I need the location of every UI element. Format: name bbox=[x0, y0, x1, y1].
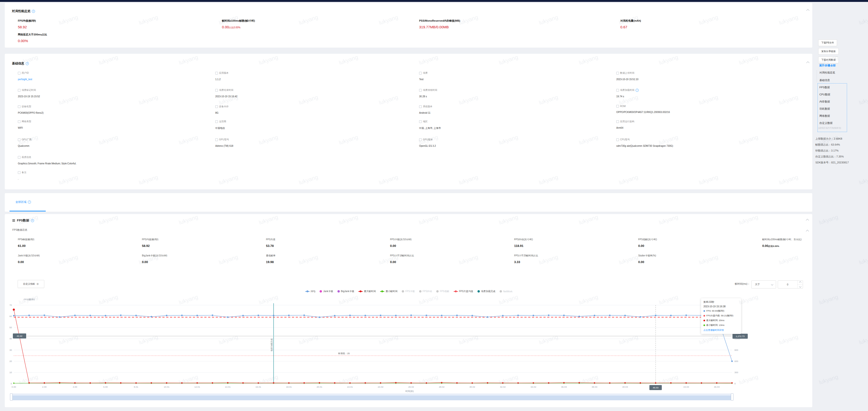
fps-section-title: FPS数据 bbox=[17, 218, 29, 222]
anchor-item-draggable[interactable]: 内存数据 bbox=[819, 100, 830, 103]
field-value: OpenGL ES 3.2 bbox=[419, 145, 436, 147]
overview-metric: FPS均值(帧/秒) 58.92 bbox=[18, 19, 36, 29]
report-stat: 自定义数据占比：7.35% bbox=[815, 155, 844, 159]
legend-item-NetWork[interactable]: NetWork bbox=[500, 290, 513, 293]
datazoom-brush[interactable] bbox=[11, 393, 733, 400]
chevron-up-icon[interactable] bbox=[806, 61, 809, 64]
field-value: 2023-10-19 15:16:42 bbox=[215, 95, 238, 98]
overview-metric: PSS/MonoReserved内存峰值(MB) 319.77MB/0.00MB bbox=[419, 19, 460, 29]
stepper-down-button[interactable] bbox=[798, 284, 803, 288]
scene-duration-icon bbox=[419, 89, 422, 92]
custom-metric-button[interactable]: 自定义指标 ⚙ bbox=[18, 280, 44, 288]
drag-note: (虚线区域内可拖拽移动) bbox=[818, 127, 841, 130]
basic-field: 应用运行架构Arm64 bbox=[616, 120, 634, 129]
stat-value: 19.98 bbox=[266, 260, 337, 264]
anchor-item-draggable[interactable]: FPS数据 bbox=[819, 85, 830, 89]
fps-stat: FPS方差 53.78 bbox=[266, 238, 337, 248]
field-value: PCKM00(OPPO Reno2) bbox=[18, 111, 43, 114]
legend-marker-icon bbox=[454, 290, 458, 293]
gpu-model-icon bbox=[215, 138, 218, 141]
legend-marker-icon bbox=[305, 290, 310, 293]
info-icon[interactable]: i bbox=[32, 10, 35, 13]
info-icon[interactable]: i bbox=[26, 62, 29, 65]
anchor-item[interactable]: 对局性能总览 bbox=[819, 71, 835, 74]
scene-mark-icon bbox=[18, 89, 21, 92]
toggle-expand-all[interactable]: 展开/折叠全部 bbox=[819, 64, 836, 67]
svg-text:0: 0 bbox=[11, 382, 12, 385]
fps-overview-subtitle: FPS数据总览 bbox=[12, 228, 27, 232]
side-button[interactable]: 下载对局数据 bbox=[818, 57, 839, 63]
stat-value: 0.00 bbox=[638, 244, 710, 248]
basic-field: 应用版本1.1.2 bbox=[215, 71, 228, 81]
svg-text:16.01: 16.01 bbox=[255, 385, 261, 388]
stat-label: FPS方差 bbox=[266, 238, 337, 241]
fps-stat: FPS小于25帧时间占比 3.33 bbox=[514, 254, 586, 264]
legend-item-FPS[interactable]: FPS bbox=[305, 290, 315, 293]
chevron-up-icon[interactable] bbox=[806, 230, 809, 233]
chevron-up-icon[interactable] bbox=[806, 9, 809, 12]
metric-label: FPS均值(帧/秒) bbox=[18, 19, 36, 23]
info-icon[interactable]: i bbox=[31, 219, 34, 222]
watermark-text: lukyang bbox=[818, 214, 839, 226]
network-icon bbox=[18, 121, 21, 123]
side-button[interactable]: 下载PB文件 bbox=[818, 39, 837, 46]
drag-handle-icon[interactable] bbox=[12, 220, 15, 221]
basic-field: GPU型号Adreno (TM) 618 bbox=[215, 138, 234, 147]
datazoom-right-handle[interactable] bbox=[731, 393, 734, 401]
svg-text:26.02: 26.02 bbox=[408, 385, 414, 388]
svg-text:10: 10 bbox=[9, 371, 12, 374]
frame-time-value-input[interactable]: 0 bbox=[778, 280, 803, 288]
rom-icon bbox=[616, 105, 619, 107]
datazoom-selected-range[interactable] bbox=[11, 396, 733, 400]
tooltip-series-row: 最大帧时间: 20ms bbox=[704, 319, 739, 322]
stat-label: FPS低帧(次/小时) bbox=[638, 238, 710, 241]
basic-field: 系统版本Android 11 bbox=[419, 105, 432, 114]
legend-item-场景加载完成[interactable]: 场景加载完成 bbox=[477, 290, 495, 293]
basic-field: 用户IDperfsight_test bbox=[18, 71, 32, 81]
basic-field: 场景结束时间2023-10-19 15:16:42 bbox=[215, 89, 238, 98]
stat-label: BigJank卡顿(次/10分钟) bbox=[142, 254, 213, 258]
basic-field: 备注. bbox=[18, 171, 26, 180]
chevron-up-icon[interactable] bbox=[806, 219, 809, 222]
fps-stat: FPS峰值(帧/秒) 61.00 bbox=[18, 238, 89, 248]
legend-item-BigJank卡顿[interactable]: BigJank卡顿 bbox=[337, 290, 354, 293]
tooltip-frame-detail-link[interactable]: 点击查看帧时间详情 bbox=[704, 329, 739, 332]
upload-time-icon bbox=[616, 72, 619, 74]
stat-label: FPS小于25帧时间占比 bbox=[514, 254, 586, 258]
scene-icon bbox=[419, 72, 422, 74]
anchor-item-draggable[interactable]: 网络数据 bbox=[819, 114, 830, 118]
anchor-item[interactable]: 基础信息 bbox=[819, 78, 830, 82]
tab-all-regions[interactable]: 全部区域 i bbox=[16, 200, 31, 204]
anchor-item-draggable[interactable]: 功耗数据 bbox=[819, 107, 830, 111]
legend-item-最大帧时间[interactable]: 最大帧时间 bbox=[359, 290, 376, 293]
frame-time-operator-select[interactable]: 大于 bbox=[751, 280, 776, 288]
basic-field: 数据上传时间2023-10-19 15:51:10 bbox=[616, 71, 639, 81]
metric-label: PSS/MonoReserved内存峰值(MB) bbox=[419, 19, 460, 23]
fps-stat: FPS卡顿(次/10分钟) 0.00 bbox=[390, 238, 462, 248]
field-value: sdm730g aie(Qualcomm SDM730 Snapdragon 7… bbox=[616, 145, 673, 147]
side-button[interactable]: 复制分享链接 bbox=[818, 48, 839, 55]
legend-item-Jank卡顿[interactable]: Jank卡顿 bbox=[319, 290, 333, 293]
anchor-item-draggable[interactable]: CPU数据 bbox=[819, 93, 830, 96]
datazoom-left-handle[interactable] bbox=[10, 393, 12, 401]
anchor-item-draggable[interactable]: 自定义数据 bbox=[819, 121, 833, 125]
info-icon[interactable]: i bbox=[28, 201, 31, 204]
legend-item-FPS卡顿[interactable]: FPS卡顿 bbox=[402, 290, 414, 293]
basic-info-card: 基础信息 i 用户IDperfsight_test应用版本1.1.2场景Test… bbox=[5, 54, 812, 189]
stat-value: 0.00 bbox=[390, 260, 462, 264]
legend-item-FPS低帧[interactable]: FPS低帧 bbox=[436, 290, 449, 293]
field-value[interactable]: perfsight_test bbox=[18, 78, 32, 81]
legend-item-FPS大盘均值[interactable]: FPS大盘均值 bbox=[454, 290, 473, 293]
legend-marker-icon bbox=[337, 290, 340, 293]
metric-label: 帧时间≥100ms帧数(帧/小时) bbox=[222, 19, 255, 23]
legend-item-最小帧时间[interactable]: 最小帧时间 bbox=[380, 290, 398, 293]
svg-text:0: 0 bbox=[735, 382, 736, 385]
stepper-up-button[interactable] bbox=[798, 281, 803, 284]
fps-line-chart[interactable]: 00103002060030900401,200501,500601,80070… bbox=[5, 297, 762, 392]
legend-item-FPS抖动[interactable]: FPS抖动 bbox=[419, 290, 432, 293]
basic-field: 设备机型PCKM00(OPPO Reno2) bbox=[18, 105, 43, 114]
info-icon[interactable]: i bbox=[636, 89, 639, 92]
field-value: Test bbox=[419, 78, 428, 81]
svg-text:10.01: 10.01 bbox=[164, 385, 169, 388]
watermark-text: lukyang bbox=[858, 174, 868, 186]
